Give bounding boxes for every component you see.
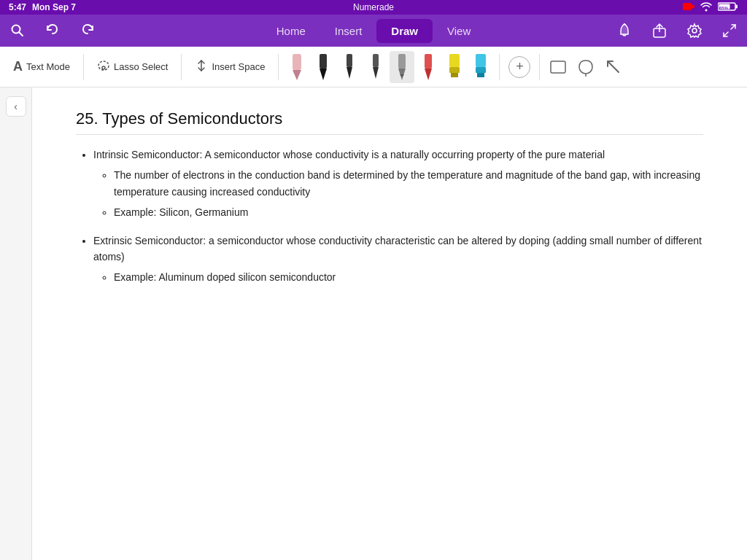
wifi-icon xyxy=(700,1,712,13)
page-content: 25. Types of Semiconductors Intrinsic Se… xyxy=(32,88,747,560)
day-date: Mon Sep 7 xyxy=(32,2,76,12)
svg-line-37 xyxy=(608,61,619,72)
lasso-icon xyxy=(97,59,110,74)
divider-5 xyxy=(539,54,540,80)
svg-rect-24 xyxy=(398,54,406,69)
lasso-select-label: Lasso Select xyxy=(114,61,168,72)
svg-rect-3 xyxy=(736,5,738,9)
record-indicator xyxy=(683,1,694,13)
pen-cyan-highlighter[interactable] xyxy=(468,51,493,83)
sidebar: ‹ xyxy=(0,88,32,560)
settings-button[interactable] xyxy=(683,19,706,42)
svg-rect-32 xyxy=(476,54,486,67)
svg-rect-0 xyxy=(683,3,692,10)
pen-tools xyxy=(285,51,493,83)
svg-rect-16 xyxy=(293,54,301,70)
status-bar: 5:47 Mon Sep 7 Numerade 65% xyxy=(0,0,747,15)
sidebar-toggle-button[interactable]: ‹ xyxy=(6,96,26,117)
svg-text:65%: 65% xyxy=(719,6,729,10)
eraser-arrow-button[interactable] xyxy=(601,55,626,79)
svg-marker-19 xyxy=(320,69,327,80)
undo-button[interactable] xyxy=(41,19,64,42)
share-button[interactable] xyxy=(648,19,671,42)
pen-red[interactable] xyxy=(416,51,441,83)
pen-pink[interactable] xyxy=(285,51,309,83)
page-title: 25. Types of Semiconductors xyxy=(76,109,703,135)
add-pen-button[interactable]: + xyxy=(508,56,530,78)
svg-point-1 xyxy=(691,5,694,9)
menu-bar: Home Insert Draw View xyxy=(0,15,747,47)
svg-marker-21 xyxy=(347,67,352,79)
svg-point-14 xyxy=(102,66,105,69)
list-item: The number of electrons in the conductio… xyxy=(114,167,703,200)
svg-rect-20 xyxy=(347,54,352,67)
insert-space-icon xyxy=(195,59,208,74)
main-area: ‹ 25. Types of Semiconductors Intrinsic … xyxy=(0,88,747,560)
svg-rect-18 xyxy=(320,54,327,69)
content-area: Intrinsic Semiconductor: A semiconductor… xyxy=(76,147,703,286)
pen-dark-2[interactable] xyxy=(337,51,362,83)
collapse-button[interactable] xyxy=(718,19,741,42)
toolbar: A Text Mode Lasso Select Insert Space xyxy=(0,47,747,88)
text-a-icon: A xyxy=(13,59,23,74)
divider-3 xyxy=(278,54,279,80)
redo-button[interactable] xyxy=(76,19,99,42)
svg-line-11 xyxy=(731,25,735,29)
svg-marker-23 xyxy=(373,67,379,79)
svg-marker-28 xyxy=(425,69,432,80)
menu-insert[interactable]: Insert xyxy=(320,19,377,43)
list-item-text: Extrinsic Semiconductor: a semiconductor… xyxy=(93,235,702,262)
svg-rect-27 xyxy=(425,54,432,69)
menu-draw[interactable]: Draw xyxy=(376,19,433,43)
lasso-shape-button[interactable] xyxy=(573,55,598,79)
svg-rect-33 xyxy=(476,67,486,73)
list-item-text: Intrinsic Semiconductor: A semiconductor… xyxy=(93,149,605,160)
svg-point-13 xyxy=(98,61,109,70)
svg-marker-26 xyxy=(400,74,404,77)
pen-black-1[interactable] xyxy=(311,51,336,83)
insert-space-button[interactable]: Insert Space xyxy=(187,55,272,79)
menu-home[interactable]: Home xyxy=(262,19,320,43)
svg-rect-35 xyxy=(551,61,565,73)
main-bullet-list: Intrinsic Semiconductor: A semiconductor… xyxy=(76,147,703,286)
battery-status: 65% xyxy=(718,1,738,13)
list-item: Intrinsic Semiconductor: A semiconductor… xyxy=(93,147,703,221)
svg-rect-34 xyxy=(477,73,484,77)
sub-list: The number of electrons in the conductio… xyxy=(93,167,703,220)
svg-line-7 xyxy=(20,33,23,36)
list-item: Example: Aluminum doped silicon semicond… xyxy=(114,269,703,285)
app-name: Numerade xyxy=(353,2,394,12)
list-item: Example: Silicon, Germanium xyxy=(114,204,703,220)
svg-line-12 xyxy=(724,32,728,36)
svg-point-10 xyxy=(692,28,697,33)
lasso-select-button[interactable]: Lasso Select xyxy=(90,55,175,79)
time: 5:47 xyxy=(9,2,26,12)
menu-items: Home Insert Draw View xyxy=(262,19,485,43)
sub-list: Example: Aluminum doped silicon semicond… xyxy=(93,269,703,285)
svg-rect-22 xyxy=(373,54,379,67)
divider-1 xyxy=(83,54,84,80)
menu-view[interactable]: View xyxy=(433,19,485,43)
pen-gray-3[interactable] xyxy=(363,51,388,83)
text-mode-label: Text Mode xyxy=(26,61,70,72)
svg-rect-31 xyxy=(451,73,458,77)
divider-4 xyxy=(499,54,500,80)
svg-rect-30 xyxy=(449,67,460,73)
pen-lightgray[interactable] xyxy=(390,51,414,83)
search-button[interactable] xyxy=(6,19,29,42)
text-mode-button[interactable]: A Text Mode xyxy=(6,55,77,79)
list-item: Extrinsic Semiconductor: a semiconductor… xyxy=(93,233,703,286)
svg-marker-17 xyxy=(293,70,301,80)
notifications-button[interactable] xyxy=(613,19,636,42)
pen-yellow-highlighter[interactable] xyxy=(442,51,467,83)
rectangle-select-button[interactable] xyxy=(546,55,570,79)
svg-rect-29 xyxy=(449,54,460,67)
insert-space-label: Insert Space xyxy=(212,61,265,72)
divider-2 xyxy=(181,54,182,80)
